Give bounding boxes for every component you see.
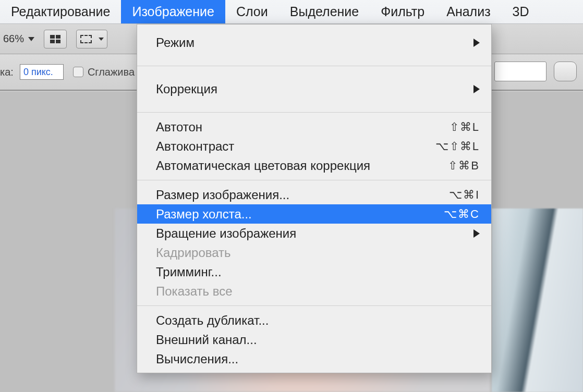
- menuitem-autocontrast[interactable]: Автоконтраст ⌥⇧⌘L: [137, 137, 491, 156]
- feather-value: 0 пикс.: [23, 67, 53, 78]
- menu-label: Редактирование: [11, 4, 110, 19]
- menuitem-apply-image[interactable]: Внешний канал...: [137, 330, 491, 349]
- menuitem-calculations[interactable]: Вычисления...: [137, 349, 491, 369]
- menuitem-label: Внешний канал...: [156, 333, 480, 347]
- menu-label: Изображение: [132, 4, 214, 19]
- menuitem-label: Размер изображения...: [156, 188, 449, 202]
- menuitem-label: Автоматическая цветовая коррекция: [156, 158, 448, 173]
- submenu-arrow-icon: [473, 85, 480, 93]
- menuitem-shortcut: ⌥⌘C: [444, 207, 480, 221]
- menu-select[interactable]: Выделение: [279, 0, 370, 23]
- menuitem-canvas-size[interactable]: Размер холста... ⌥⌘C: [137, 204, 491, 224]
- submenu-arrow-icon: [473, 39, 480, 47]
- menu-label: Анализ: [446, 4, 490, 19]
- menu-3d[interactable]: 3D: [502, 0, 540, 23]
- menuitem-duplicate[interactable]: Создать дубликат...: [137, 311, 491, 330]
- feather-input[interactable]: 0 пикс.: [20, 64, 64, 80]
- antialias-checkbox[interactable]: [73, 67, 83, 77]
- menuitem-reveal-all: Показать все: [137, 281, 491, 301]
- menuitem-label: Вращение изображения: [156, 226, 473, 241]
- caret-down-icon: [99, 38, 104, 41]
- submenu-arrow-icon: [473, 229, 480, 238]
- separator: [137, 66, 491, 66]
- separator: [137, 112, 491, 113]
- menuitem-crop: Кадрировать: [137, 243, 491, 262]
- menuitem-adjustments[interactable]: Коррекция: [137, 71, 491, 107]
- menu-edit[interactable]: Редактирование: [0, 0, 121, 23]
- menu-layers[interactable]: Слои: [225, 0, 279, 23]
- menuitem-label: Вычисления...: [156, 352, 480, 366]
- menuitem-autotone[interactable]: Автотон ⇧⌘L: [137, 117, 491, 137]
- feather-label-partial: ка:: [0, 66, 14, 78]
- menu-analysis[interactable]: Анализ: [435, 0, 501, 23]
- zoom-value: 66%: [3, 33, 24, 45]
- menuitem-label: Автоконтраст: [156, 139, 435, 154]
- menuitem-label: Создать дубликат...: [156, 313, 480, 328]
- menuitem-label: Тримминг...: [156, 265, 480, 279]
- menuitem-label: Автотон: [156, 120, 450, 134]
- menuitem-autocolor[interactable]: Автоматическая цветовая коррекция ⇧⌘B: [137, 156, 491, 175]
- screen-mode-button[interactable]: [44, 30, 67, 48]
- menuitem-shortcut: ⇧⌘B: [448, 159, 480, 173]
- menuitem-image-size[interactable]: Размер изображения... ⌥⌘I: [137, 185, 491, 204]
- menubar: Редактирование Изображение Слои Выделени…: [0, 0, 583, 24]
- menuitem-label: Размер холста...: [156, 207, 444, 222]
- menuitem-label: Показать все: [156, 284, 480, 299]
- menu-label: Фильтр: [381, 4, 424, 19]
- menuitem-label: Коррекция: [156, 82, 473, 96]
- image-menu-dropdown: Режим Коррекция Автотон ⇧⌘L Автоконтраст…: [137, 24, 492, 373]
- zoom-dropdown[interactable]: 66%: [3, 33, 34, 45]
- menuitem-label: Режим: [156, 35, 473, 50]
- style-dropdown[interactable]: [494, 62, 546, 81]
- arrange-icon: [80, 35, 92, 43]
- screen-mode-icon: [50, 35, 60, 43]
- menuitem-mode[interactable]: Режим: [137, 24, 491, 61]
- refine-edge-button[interactable]: [554, 62, 577, 81]
- menuitem-image-rotation[interactable]: Вращение изображения: [137, 224, 491, 243]
- menuitem-label: Кадрировать: [156, 246, 480, 260]
- caret-down-icon: [28, 37, 34, 41]
- antialias-label-partial: Сглажива: [88, 66, 135, 78]
- menu-filter[interactable]: Фильтр: [370, 0, 435, 23]
- menuitem-shortcut: ⌥⌘I: [449, 188, 480, 202]
- menuitem-shortcut: ⌥⇧⌘L: [435, 140, 480, 153]
- menu-image[interactable]: Изображение: [121, 0, 225, 23]
- menuitem-trim[interactable]: Тримминг...: [137, 262, 491, 281]
- separator: [137, 180, 491, 180]
- separator: [137, 305, 491, 306]
- menuitem-shortcut: ⇧⌘L: [450, 120, 480, 134]
- arrange-documents-button[interactable]: [76, 30, 107, 48]
- menu-label: Слои: [236, 4, 268, 19]
- document-canvas-right[interactable]: [492, 209, 583, 392]
- menu-label: 3D: [513, 4, 529, 19]
- menu-label: Выделение: [290, 4, 359, 19]
